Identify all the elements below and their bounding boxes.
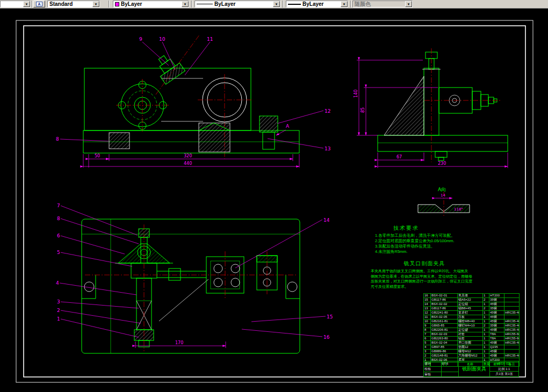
dimension-label: 14 xyxy=(441,193,445,198)
chevron-down-icon: ▼ xyxy=(405,1,412,7)
dimension-label: 140 xyxy=(354,90,358,98)
scale-value: 1:1 xyxy=(506,367,510,371)
bom-table: 16BSX-02-01夹具体1HT20015GB117-86销A5×22235钢… xyxy=(423,293,520,367)
lineweight-preview-icon xyxy=(288,4,301,5)
balloon-label: 4 xyxy=(56,280,59,286)
tech-req-line: 4.未注圆角R5mm. xyxy=(375,249,477,255)
balloon-label: 15 xyxy=(327,314,333,320)
color-combo[interactable]: ByLayer ▼ xyxy=(113,1,189,8)
bom-row: 3GB889-86螺母M12145钢 xyxy=(424,350,520,354)
balloon-label: 16 xyxy=(323,335,330,340)
chevron-down-icon[interactable]: ▼ xyxy=(92,1,99,7)
linetype-combo[interactable]: ByLayer ▼ xyxy=(194,1,280,8)
side-dimensions: 140 85 67 230 xyxy=(354,60,508,168)
title-block: 设计 07.6 校核 审核 铣剖面夹具 BSX-02 比例 1:1 共1张 第1… xyxy=(423,361,519,377)
front-view[interactable] xyxy=(83,34,299,159)
design-label: 设计 xyxy=(424,361,442,366)
bom-row: 8GB2206-81定位键145钢HRC35-40 xyxy=(424,328,520,332)
toolbar-separator xyxy=(283,1,284,8)
section-marker-label: A xyxy=(286,124,290,129)
fixture-description-line: 侧面为定位基准，在铣床上以平面支承、定位销定位，用螺母 xyxy=(371,274,478,279)
linetype-value: ByLayer xyxy=(214,1,235,7)
bom-row: 14BSX-02-02定位销145钢 xyxy=(424,302,520,307)
scale-label: 比例 xyxy=(498,367,504,371)
title-block-signatures: 设计 07.6 校核 审核 xyxy=(424,361,459,376)
balloon-label: 8 xyxy=(56,136,59,142)
chevron-down-icon[interactable]: ▼ xyxy=(341,1,348,7)
text-style-value: Standard xyxy=(48,1,92,7)
fixture-description-title: 铣叉口剖面夹具 xyxy=(371,260,478,267)
bom-row: 5BSX-02-04开口垫圈145钢HRC35-40 xyxy=(424,341,520,345)
balloon-label: 1 xyxy=(57,316,60,322)
audit-label: 审核 xyxy=(424,372,442,377)
front-callouts: 9 10 11 8 12 13 A xyxy=(56,37,330,151)
bom-row: 2GB2148-81六角螺母M12145钢HRC35-40 xyxy=(424,354,520,358)
balloon-label: 10 xyxy=(159,37,165,42)
fixture-description-line: 尺寸及位置精度要求。 xyxy=(371,284,478,289)
toolbar-separator xyxy=(191,1,192,8)
layer-combo[interactable]: ▼ xyxy=(0,1,31,8)
dimension-label: 118° xyxy=(454,207,463,212)
balloon-label: 13 xyxy=(325,146,330,151)
part-name: 铣剖面夹具 xyxy=(459,361,489,376)
balloon-label: 9 xyxy=(139,37,142,42)
dimension-label: 230 xyxy=(438,161,446,166)
dimension-label: 170 xyxy=(175,340,183,345)
balloon-label: 7 xyxy=(57,203,60,208)
design-date: 07.6 xyxy=(442,361,459,366)
bom-table-body: 16BSX-02-01夹具体1HT20015GB117-86销A5×22235钢… xyxy=(424,294,520,367)
toolbar-separator xyxy=(109,1,110,8)
detail-view-a[interactable]: A向 14 118° xyxy=(418,187,470,216)
bom-row: 7BSX-02-03衬套1T8AHRC55-60 xyxy=(424,332,520,337)
toolbar-separator xyxy=(350,1,351,8)
dimension-label: 67 xyxy=(396,155,402,159)
tech-req-line: 2.定位面对底面的垂直度公差为0.05/100mm. xyxy=(375,238,477,244)
lineweight-value: ByLayer xyxy=(302,1,323,7)
bom-row: 16BSX-02-01夹具体1HT200 xyxy=(424,294,520,298)
bom-row: 10GB2161-81螺栓M8×40145钢HRC35-40 xyxy=(424,320,520,324)
detail-view-label: A向 xyxy=(438,187,446,192)
lineweight-combo[interactable]: ByLayer ▼ xyxy=(286,1,348,8)
balloon-label: 6 xyxy=(57,233,60,238)
bom-row: 12GB2241-80支承钉145钢HRC35-40 xyxy=(424,311,520,315)
tech-req-title: 技术要求 xyxy=(393,224,477,232)
drawing-area[interactable]: 9 10 11 8 12 13 A 50 320 440 xyxy=(0,9,548,392)
linetype-preview-icon xyxy=(197,4,213,4)
bom-row: 4GB97-85垫圈121Q235 xyxy=(424,345,520,350)
side-view[interactable] xyxy=(378,48,508,162)
bom-row: 9GB65-85螺钉M4×10235钢HRC35-40 xyxy=(424,324,520,328)
properties-toolbar: ▼ A Standard ▼ ByLayer ▼ ByLayer ▼ ByLay… xyxy=(0,0,548,9)
chevron-down-icon[interactable]: ▼ xyxy=(273,1,280,7)
chevron-down-icon[interactable]: ▼ xyxy=(182,1,189,7)
technical-requirements: 技术要求 1.各零件加工后去毛刺，清洗干净方可装配。 2.定位面对底面的垂直度公… xyxy=(375,224,477,255)
check-label: 校核 xyxy=(424,367,442,372)
style-preview-icon: A xyxy=(36,2,42,6)
balloon-label: 14 xyxy=(323,217,330,223)
layer-combo-value xyxy=(1,1,23,7)
toolbar-separator xyxy=(31,1,32,8)
balloon-label: 5 xyxy=(57,250,60,255)
fixture-description-line: 压板夹紧后，对叉口两侧面进行一次铣削加工，保证叉口宽度 xyxy=(371,279,478,284)
fixture-description: 铣叉口剖面夹具 本夹具用于铣削拨叉叉口两侧面。工件以Φ20孔、大端面及 侧面为定… xyxy=(371,260,478,289)
balloon-label: 2 xyxy=(57,308,60,313)
dimension-label: 440 xyxy=(184,161,192,166)
color-swatch-icon xyxy=(115,2,119,6)
balloon-label: 12 xyxy=(325,108,330,114)
text-style-icon[interactable]: A xyxy=(33,1,45,8)
text-style-combo[interactable]: Standard ▼ xyxy=(47,1,100,8)
plot-style-value: 随颜色 xyxy=(353,1,405,7)
dimension-label: 85 xyxy=(360,107,365,113)
bom-row: 11BSX-02-05压板145钢 xyxy=(424,315,520,320)
front-dimensions: 50 320 440 xyxy=(83,154,299,168)
plot-style-combo: 随颜色 ▼ xyxy=(352,1,413,8)
bom-row: 15GB117-86销A5×22235钢 xyxy=(424,298,520,302)
chevron-down-icon[interactable]: ▼ xyxy=(23,1,30,7)
bom-row: 13GB117-86销B8×45235钢 xyxy=(424,307,520,311)
tech-req-line: 3.装配后各活动零件动作应灵活。 xyxy=(375,244,477,249)
drawing-number: BSX-02 xyxy=(490,361,518,367)
sheet-count: 共1张 第1张 xyxy=(490,372,518,376)
balloon-label: 11 xyxy=(207,37,213,42)
plan-view[interactable] xyxy=(82,219,300,353)
balloon-label: 8 xyxy=(57,216,60,221)
fixture-description-line: 本夹具用于铣削拨叉叉口两侧面。工件以Φ20孔、大端面及 xyxy=(371,268,478,274)
